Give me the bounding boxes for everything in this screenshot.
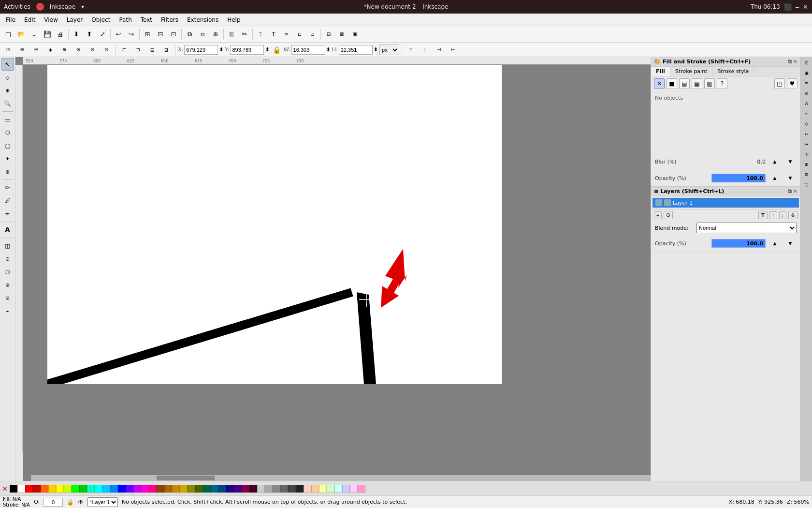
layer-to-bottom[interactable]: ⇊ [788, 211, 798, 219]
tool-ellipse[interactable]: ○ [1, 139, 14, 152]
tab-stroke-paint[interactable]: Stroke paint [670, 67, 713, 76]
tool-spray[interactable]: ⊗ [1, 279, 14, 291]
tb-zoom-box[interactable]: ⊞ [141, 28, 154, 41]
menu-extensions[interactable]: Extensions [183, 15, 222, 24]
tool-pen[interactable]: 🖊 [1, 194, 14, 207]
opacity-down[interactable]: ▼ [784, 172, 797, 184]
color-swatch[interactable] [195, 485, 203, 493]
fr-path2[interactable]: ◇ [802, 119, 812, 129]
color-swatch[interactable] [273, 485, 280, 493]
tb-paste-place[interactable]: ⊕ [209, 28, 222, 41]
layer-eye-icon[interactable] [655, 199, 662, 206]
tb-text-align-bot[interactable]: ≡ [280, 28, 293, 41]
cb-obj1[interactable]: ⊏ [118, 44, 130, 56]
opacity-slider[interactable]: 100.0 [711, 174, 766, 182]
activities-label[interactable]: Activities [4, 3, 30, 10]
tb-export2[interactable]: ⤢ [96, 28, 109, 41]
menu-file[interactable]: File [2, 15, 19, 24]
cb-snap5[interactable]: ⊕ [58, 44, 71, 56]
color-swatch[interactable] [72, 485, 79, 493]
tb-open-recent[interactable]: ⌄ [28, 28, 41, 41]
tool-zoom[interactable]: 🔍 [1, 97, 14, 110]
cb-obj3[interactable]: ⊑ [146, 44, 159, 56]
menu-text[interactable]: Text [137, 15, 156, 24]
color-swatch[interactable] [157, 485, 164, 493]
cb-align-tl[interactable]: ⊤ [405, 44, 417, 56]
fr-text[interactable]: A [802, 99, 812, 108]
layers-close[interactable]: ✕ [793, 188, 798, 194]
color-swatch[interactable] [17, 485, 25, 493]
tb-align[interactable]: ⊟ [322, 28, 335, 41]
tb-text-linked[interactable]: ⊐ [306, 28, 319, 41]
w-spinner[interactable]: ⬍ [326, 46, 331, 53]
fr-fill[interactable]: ▣ [802, 68, 812, 78]
menu-edit[interactable]: Edit [20, 15, 39, 24]
color-swatch[interactable] [56, 485, 64, 493]
tb-zoom-out[interactable]: ⊟ [154, 28, 167, 41]
w-field[interactable] [291, 45, 325, 55]
paint-pattern[interactable]: ▥ [704, 78, 715, 89]
menu-help[interactable]: Help [223, 15, 244, 24]
tb-text-align-top[interactable]: ⌶ [254, 28, 267, 41]
paint-unknown[interactable]: ? [717, 78, 727, 89]
tb-clone[interactable]: ⧈ [196, 28, 209, 41]
tb-duplicate[interactable]: ⧉ [183, 28, 196, 41]
layer-up[interactable]: ↑ [769, 211, 777, 219]
tb-cut-path[interactable]: ✂ [238, 28, 251, 41]
color-swatch[interactable] [10, 485, 17, 493]
h-field[interactable] [339, 45, 373, 55]
h-scrollbar[interactable] [31, 475, 651, 481]
cb-snap8[interactable]: ⊙ [100, 44, 113, 56]
tb-save[interactable]: 💾 [41, 28, 54, 41]
lock-proportions[interactable]: 🔒 [271, 46, 282, 54]
y-spinner[interactable]: ⬍ [265, 46, 269, 53]
fill-stroke-float[interactable]: ⧉ [788, 59, 792, 65]
color-swatch[interactable] [149, 485, 157, 493]
fr-path4[interactable]: ↪ [802, 139, 812, 149]
menu-view[interactable]: View [40, 15, 61, 24]
layer-to-top[interactable]: ⇈ [758, 211, 768, 219]
color-swatch[interactable] [48, 485, 56, 493]
tb-doc[interactable]: ▣ [348, 28, 361, 41]
tab-stroke-style[interactable]: Stroke style [712, 67, 754, 76]
tool-eyedropper[interactable]: ⊙ [1, 253, 14, 265]
layers-float[interactable]: ⧉ [788, 188, 792, 194]
cb-snap3[interactable]: ⊟ [30, 44, 43, 56]
layer-item[interactable]: Layer 1 [652, 198, 799, 208]
fr-path6[interactable]: ⊞ [802, 160, 812, 169]
cb-snap2[interactable]: ⊞ [16, 44, 29, 56]
color-swatch[interactable] [358, 485, 365, 493]
color-swatch[interactable] [311, 485, 319, 493]
tb-text-flow[interactable]: ⊏ [293, 28, 306, 41]
color-swatch[interactable] [141, 485, 149, 493]
x-field[interactable] [184, 45, 218, 55]
paint-linear[interactable]: ▤ [679, 78, 690, 89]
tb-zoom-fit[interactable]: ⊡ [167, 28, 180, 41]
color-swatch[interactable] [203, 485, 211, 493]
color-swatch[interactable] [334, 485, 342, 493]
color-swatch[interactable] [280, 485, 288, 493]
tb-copy[interactable]: ⎘ [225, 28, 238, 41]
cb-snap4[interactable]: ◈ [44, 44, 57, 56]
fr-layer[interactable]: ≡ [802, 78, 812, 88]
tb-undo[interactable]: ↩ [112, 28, 125, 41]
tb-print[interactable]: 🖨 [54, 28, 67, 41]
cb-align-tr[interactable]: ⊣ [433, 44, 445, 56]
blend-mode-select[interactable]: Normal Multiply Screen Overlay [696, 223, 797, 233]
color-swatch[interactable] [33, 485, 41, 493]
h-spinner[interactable]: ⬍ [374, 46, 378, 53]
fr-snap[interactable]: ⊡ [802, 58, 812, 68]
color-swatch[interactable] [87, 485, 95, 493]
color-swatch[interactable] [242, 485, 249, 493]
app-dropdown-icon[interactable]: ▾ [81, 3, 84, 10]
tool-star[interactable]: ✦ [1, 152, 14, 165]
paint-unset[interactable]: ◳ [774, 78, 785, 89]
color-swatch[interactable] [350, 485, 358, 493]
cb-obj2[interactable]: ⊐ [132, 44, 145, 56]
color-swatch[interactable] [126, 485, 133, 493]
tb-dist[interactable]: ⊠ [335, 28, 348, 41]
cb-align-tc[interactable]: ⊥ [419, 44, 431, 56]
close-btn[interactable]: ✕ [803, 3, 808, 11]
app-name[interactable]: Inkscape [50, 3, 75, 10]
color-swatch[interactable] [64, 485, 72, 493]
